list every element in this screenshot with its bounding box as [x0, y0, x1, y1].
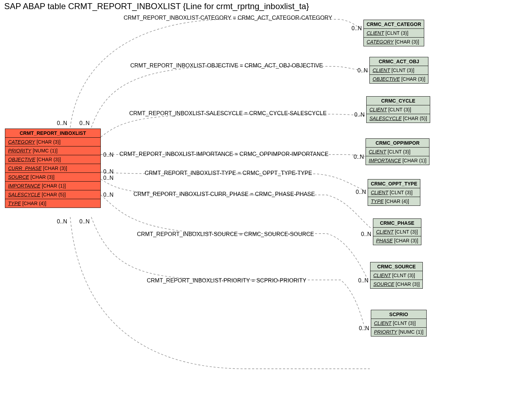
ref-table-header: CRMC_CYCLE: [367, 97, 430, 105]
field-type: [CHAR (3)]: [31, 174, 54, 180]
field-type: [CHAR (3)]: [395, 39, 419, 45]
field-type: [CLNT (3)]: [386, 30, 408, 36]
field-name: TYPE: [371, 198, 384, 204]
table-row: PRIORITY [NUMC (1)]: [5, 146, 100, 155]
ref-table-header: CRMC_SOURCE: [370, 262, 422, 271]
field-type: [CHAR (3)]: [37, 157, 61, 162]
table-row: SALESCYCLE [CHAR (5)]: [5, 190, 100, 199]
relation-label: CRMT_REPORT_INBOXLIST-PRIORITY = SCPRIO-…: [147, 277, 306, 284]
field-type: [CHAR (3)]: [37, 139, 60, 145]
table-row: CLIENT [CLNT (3)]: [364, 29, 424, 38]
ref-table: CRMC_OPPT_TYPE CLIENT [CLNT (3)] TYPE [C…: [368, 179, 420, 206]
field-name: IMPORTANCE: [369, 158, 401, 163]
relation-label: CRMT_REPORT_INBOXLIST-SALESCYCLE = CRMC_…: [129, 110, 327, 117]
field-name: PHASE: [376, 238, 393, 243]
field-name: CLIENT: [373, 273, 391, 278]
main-table: CRMT_REPORT_INBOXLIST CATEGORY [CHAR (3)…: [5, 129, 101, 208]
field-name: PRIORITY: [374, 329, 397, 335]
ref-table-header: CRMC_ACT_OBJ: [370, 57, 428, 66]
field-type: [CLNT (3)]: [393, 320, 416, 326]
relation-label: CRMT_REPORT_INBOXLIST-OBJECTIVE = CRMC_A…: [130, 63, 323, 69]
table-row: SALESCYCLE [CHAR (5)]: [367, 114, 430, 123]
table-row: CATEGORY [CHAR (3)]: [364, 38, 424, 46]
cardinality: 0..N: [103, 169, 113, 175]
ref-table: CRMC_OPPIMPOR CLIENT [CLNT (3)] IMPORTAN…: [366, 138, 429, 165]
field-type: [CHAR (4)]: [385, 198, 409, 204]
cardinality: 0..N: [79, 218, 90, 225]
cardinality: 0..N: [57, 218, 67, 225]
table-row: PRIORITY [NUMC (1)]: [371, 328, 426, 336]
cardinality: 0..N: [358, 277, 368, 284]
cardinality: 0..N: [354, 154, 364, 160]
field-name: PRIORITY: [8, 148, 31, 153]
table-row: OBJECTIVE [CHAR (3)]: [5, 155, 100, 164]
ref-table: CRMC_CYCLE CLIENT [CLNT (3)] SALESCYCLE …: [366, 96, 430, 123]
field-type: [CHAR (5)]: [403, 116, 427, 121]
relation-label: CRMT_REPORT_INBOXLIST-TYPE = CRMC_OPPT_T…: [145, 170, 312, 176]
field-name: CATEGORY: [8, 139, 35, 145]
table-row: CLIENT [CLNT (3)]: [367, 105, 430, 114]
field-type: [CLNT (3)]: [395, 229, 418, 235]
field-type: [CLNT (3)]: [388, 107, 411, 112]
relation-label: CRMT_REPORT_INBOXLIST-SOURCE = CRMC_SOUR…: [137, 231, 314, 237]
ref-table-header: CRMC_OPPT_TYPE: [368, 179, 420, 188]
main-table-header: CRMT_REPORT_INBOXLIST: [5, 129, 100, 138]
field-name: CLIENT: [367, 30, 384, 36]
table-row: CLIENT [CLNT (3)]: [371, 319, 426, 328]
cardinality: 0..N: [103, 175, 113, 181]
field-name: CLIENT: [369, 107, 387, 112]
field-type: [CHAR (3)]: [43, 165, 67, 171]
table-row: SOURCE [CHAR (3)]: [5, 173, 100, 182]
table-row: TYPE [CHAR (4)]: [5, 199, 100, 208]
field-name: SOURCE: [373, 281, 394, 287]
table-row: IMPORTANCE [CHAR (1)]: [366, 156, 429, 165]
field-type: [CLNT (3)]: [388, 149, 411, 155]
cardinality: 0..N: [103, 192, 113, 198]
field-type: [CHAR (1)]: [402, 158, 426, 163]
diagram-title: SAP ABAP table CRMT_REPORT_INBOXLIST {Li…: [4, 1, 309, 11]
field-name: CURR_PHASE: [8, 165, 42, 171]
table-row: CLIENT [CLNT (3)]: [370, 66, 428, 75]
relation-label: CRMT_REPORT_INBOXLIST-CURR_PHASE = CRMC_…: [133, 191, 315, 197]
field-type: [CHAR (3)]: [394, 238, 418, 243]
cardinality: 0..N: [79, 120, 90, 126]
field-name: TYPE: [8, 201, 21, 206]
ref-table: CRMC_PHASE CLIENT [CLNT (3)] PHASE [CHAR…: [373, 218, 421, 245]
table-row: SOURCE [CHAR (3)]: [370, 280, 422, 288]
cardinality: 0..N: [356, 189, 366, 195]
ref-table: CRMC_ACT_CATEGOR CLIENT [CLNT (3)] CATEG…: [363, 20, 424, 46]
table-row: CLIENT [CLNT (3)]: [368, 188, 420, 197]
field-type: [NUMC (1)]: [33, 148, 58, 153]
table-row: IMPORTANCE [CHAR (1)]: [5, 182, 100, 190]
table-row: CLIENT [CLNT (3)]: [373, 228, 421, 236]
table-row: CLIENT [CLNT (3)]: [370, 271, 422, 280]
field-type: [CLNT (3)]: [392, 273, 415, 278]
ref-table-header: CRMC_OPPIMPOR: [366, 139, 429, 148]
field-name: CLIENT: [373, 67, 390, 73]
ref-table-header: CRMC_ACT_CATEGOR: [364, 20, 424, 29]
field-name: CLIENT: [374, 320, 392, 326]
field-name: CATEGORY: [367, 39, 394, 45]
table-row: CLIENT [CLNT (3)]: [366, 148, 429, 156]
field-type: [CHAR (3)]: [401, 76, 425, 82]
relation-label: CRMT_REPORT_INBOXLIST-CATEGORY = CRMC_AC…: [124, 15, 332, 21]
cardinality: 0..N: [103, 152, 113, 158]
field-name: SOURCE: [8, 174, 29, 180]
field-name: IMPORTANCE: [8, 183, 40, 189]
table-row: PHASE [CHAR (3)]: [373, 236, 421, 245]
cardinality: 0..N: [354, 112, 364, 118]
table-row: CATEGORY [CHAR (3)]: [5, 138, 100, 146]
cardinality: 0..N: [359, 325, 369, 332]
cardinality: 0..N: [361, 231, 371, 237]
cardinality: 0..N: [357, 67, 368, 74]
ref-table: CRMC_SOURCE CLIENT [CLNT (3)] SOURCE [CH…: [370, 262, 423, 289]
table-row: TYPE [CHAR (4)]: [368, 197, 420, 205]
field-type: [CLNT (3)]: [390, 190, 413, 195]
ref-table: CRMC_ACT_OBJ CLIENT [CLNT (3)] OBJECTIVE…: [369, 57, 428, 84]
field-name: CLIENT: [371, 190, 388, 195]
relation-label: CRMT_REPORT_INBOXLIST-IMPORTANCE = CRMC_…: [119, 151, 329, 157]
field-type: [CHAR (5)]: [42, 192, 66, 197]
field-name: OBJECTIVE: [373, 76, 400, 82]
ref-table: SCPRIO CLIENT [CLNT (3)] PRIORITY [NUMC …: [371, 310, 427, 336]
cardinality: 0..N: [352, 25, 362, 32]
